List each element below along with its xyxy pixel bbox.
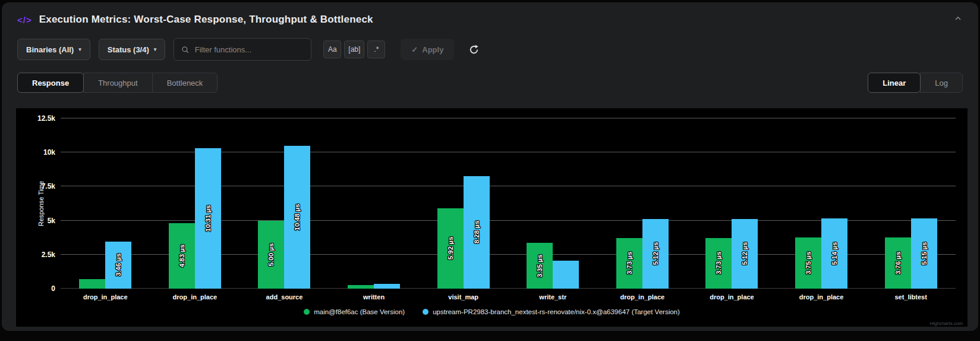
target-bar-written[interactable] [374,284,400,289]
bar-data-label: 3.35 µs [536,254,543,277]
match-options-group: Aa [ab] .* [323,40,385,58]
bar-data-label: 5.12 µs [741,242,748,265]
target-bar-set-libtest[interactable]: 5.15 µs [911,218,937,289]
y-tick-label: 5k [48,217,55,225]
base-bar-write-str[interactable]: 3.35 µs [527,243,553,289]
bar-data-label: 10.48 µs [294,204,301,231]
x-axis-label: drop_in_place [687,293,777,301]
base-bar-drop-in-place[interactable]: 3.73 µs [705,238,732,289]
target-bar-drop-in-place[interactable]: 3.46 µs [105,242,131,289]
highcharts-credit[interactable]: Highcharts.com [929,321,963,326]
legend-label: main@f8ef6ac (Base Version) [314,308,405,315]
x-axis-label: write_str [508,293,598,301]
target-bar-write-str[interactable] [553,261,579,289]
target-bar-drop-in-place[interactable]: 5.12 µs [642,219,669,289]
bar-group-write-str: 3.35 µs [508,118,598,289]
collapse-button[interactable] [953,14,963,26]
code-icon: </> [17,15,32,25]
x-axis-label: add_source [240,293,329,301]
x-axis-label: written [329,293,419,301]
bar-data-label: 10.31 µs [204,205,212,232]
apply-button-label: Apply [422,45,443,54]
bar-group-drop-in-place: 3.46 µs [61,118,150,289]
legend-marker-icon [304,309,310,315]
base-bar-written[interactable] [348,285,374,289]
legend-item[interactable]: main@f8ef6ac (Base Version) [304,308,405,315]
bar-group-written [329,118,419,289]
binaries-dropdown-label: Binaries (All) [26,45,74,54]
x-axis-label: drop_in_place [777,293,866,301]
filter-input[interactable] [195,45,304,54]
bar-data-label: 5.92 µs [447,237,454,260]
bar-data-label: 8.28 µs [473,221,480,244]
x-axis-label: set_libtest [866,293,956,301]
bar-data-label: 3.76 µs [894,252,902,275]
bar-data-label: 5.12 µs [652,242,659,265]
scale-linear[interactable]: Linear [868,73,921,93]
bar-data-label: 5.15 µs [921,242,928,265]
caret-down-icon: ▾ [78,46,81,52]
y-tick-label: 0 [51,284,55,293]
tab-response[interactable]: Response [17,73,84,93]
bar-group-drop-in-place: 4.83 µs10.31 µs [150,118,240,289]
toolbar: Binaries (All) ▾ Status (3/4) ▾ Aa [ab] … [17,38,963,61]
chevron-up-icon [953,14,963,23]
status-dropdown-label: Status (3/4) [108,45,149,54]
search-icon [181,45,189,54]
target-bar-drop-in-place[interactable]: 10.31 µs [195,148,221,289]
filter-input-wrapper [174,38,311,61]
match-word-button[interactable]: [ab] [344,40,364,58]
scale-log[interactable]: Log [920,73,963,93]
x-axis-label: drop_in_place [61,293,150,301]
bar-group-drop-in-place: 3.73 µs5.12 µs [687,118,777,289]
refresh-icon [468,44,480,55]
bar-group-drop-in-place: 3.73 µs5.12 µs [598,118,688,289]
check-icon: ✓ [411,45,418,54]
response-chart: Response Time 02.5k5k7.5k10k12.5k 3.46 µ… [16,108,968,327]
x-axis: drop_in_placedrop_in_placeadd_sourcewrit… [61,293,956,301]
bar-data-label: 3.73 µs [626,252,633,275]
tab-bottleneck[interactable]: Bottleneck [152,73,218,93]
y-tick-label: 2.5k [42,251,55,259]
legend: main@f8ef6ac (Base Version)upstream-PR29… [16,308,968,315]
base-bar-drop-in-place[interactable] [79,279,105,289]
plot-area: 3.46 µs4.83 µs10.31 µs5.00 µs10.48 µs5.9… [61,118,956,289]
regex-button[interactable]: .* [367,40,385,58]
base-bar-drop-in-place[interactable]: 4.83 µs [169,223,195,289]
bar-data-label: 3.46 µs [115,254,122,277]
status-dropdown[interactable]: Status (3/4) ▾ [99,39,166,60]
legend-label: upstream-PR2983-branch_nextest-rs-renova… [433,308,680,315]
target-bar-add-source[interactable]: 10.48 µs [284,146,310,289]
bar-data-label: 3.75 µs [805,252,812,275]
base-bar-drop-in-place[interactable]: 3.75 µs [795,237,821,289]
bar-group-set-libtest: 3.76 µs5.15 µs [866,118,956,289]
x-axis-label: drop_in_place [598,293,688,301]
apply-button[interactable]: ✓ Apply [401,39,454,60]
base-bar-drop-in-place[interactable]: 3.73 µs [616,238,642,289]
tab-throughput[interactable]: Throughput [83,73,153,93]
match-case-button[interactable]: Aa [323,40,341,58]
base-bar-add-source[interactable]: 5.00 µs [258,221,284,289]
base-bar-visit-map[interactable]: 5.92 µs [437,208,464,289]
y-tick-label: 12.5k [37,114,55,123]
x-axis-label: visit_map [418,293,508,301]
base-bar-set-libtest[interactable]: 3.76 µs [885,237,911,289]
target-bar-visit-map[interactable]: 8.28 µs [464,176,490,289]
bar-group-drop-in-place: 3.75 µs5.14 µs [777,118,866,289]
tabs-row: ResponseThroughputBottleneck LinearLog [17,73,963,93]
bar-data-label: 3.73 µs [715,252,722,275]
metric-tabs: ResponseThroughputBottleneck [17,73,218,93]
target-bar-drop-in-place[interactable]: 5.12 µs [732,219,758,289]
legend-marker-icon [423,309,428,315]
refresh-button[interactable] [468,44,480,55]
y-tick-label: 10k [43,148,55,157]
target-bar-drop-in-place[interactable]: 5.14 µs [821,218,847,289]
page-title: Execution Metrics: Worst-Case Response, … [39,14,373,26]
x-axis-label: drop_in_place [150,293,240,301]
legend-item[interactable]: upstream-PR2983-branch_nextest-rs-renova… [423,308,680,315]
caret-down-icon: ▾ [154,46,157,52]
binaries-dropdown[interactable]: Binaries (All) ▾ [17,39,90,60]
bar-group-visit-map: 5.92 µs8.28 µs [418,118,508,289]
dashboard-panel: </> Execution Metrics: Worst-Case Respon… [2,2,978,331]
y-axis: 02.5k5k7.5k10k12.5k [16,118,55,289]
